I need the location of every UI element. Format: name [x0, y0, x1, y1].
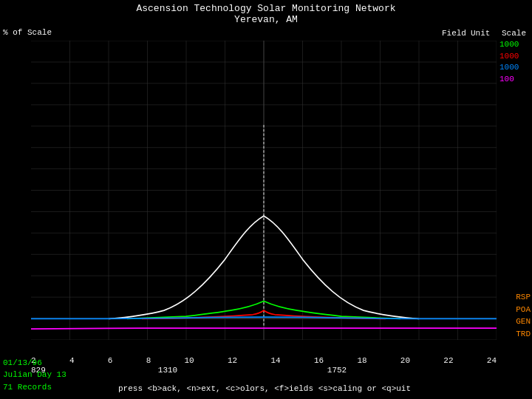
hour-6: 6 — [108, 356, 113, 365]
julian-1752: 1752 — [327, 366, 347, 375]
y-axis-label: % of Scale — [3, 28, 52, 37]
right-labels: RSP POA GEN TRD — [516, 41, 531, 340]
trd-label: TRD — [516, 328, 531, 341]
chart-area: 130 120 110 100 90 80 70 60 50 40 30 20 … — [31, 41, 497, 340]
command-line: press <b>ack, <n>ext, <c>olors, <f>ields… — [118, 384, 411, 393]
hour-12: 12 — [228, 356, 237, 365]
hour-10: 10 — [185, 356, 194, 365]
hour-8: 8 — [146, 356, 151, 365]
hour-14: 14 — [270, 356, 280, 365]
x-axis-julian: 829 1310 1752 — [31, 366, 497, 375]
legend-header: Field Unit Scale — [442, 28, 526, 39]
hour-22: 22 — [443, 356, 453, 365]
main-container: Ascension Technology Solar Monitoring Ne… — [0, 0, 532, 399]
scale-header: Scale — [502, 28, 526, 39]
chart-svg: 130 120 110 100 90 80 70 60 50 40 30 20 … — [31, 41, 497, 340]
hour-16: 16 — [314, 356, 324, 365]
hour-24: 24 — [487, 356, 497, 365]
hour-18: 18 — [357, 356, 366, 365]
x-axis-hours: 2 4 6 8 10 12 14 16 18 20 22 24 — [31, 356, 497, 365]
poa-label: POA — [516, 304, 531, 316]
legend-scale-at: 100 — [499, 74, 514, 85]
hour-20: 20 — [400, 356, 410, 365]
julian-day-display: Julian Day 13 — [3, 369, 66, 381]
hour-4: 4 — [69, 356, 75, 365]
field-header: Field — [442, 28, 466, 39]
title-area: Ascension Technology Solar Monitoring Ne… — [0, 3, 532, 25]
rsp-label: RSP — [516, 291, 531, 304]
gen-label: GEN — [516, 316, 531, 328]
records-display: 71 Records — [3, 381, 66, 394]
unit-header: Unit — [471, 28, 497, 39]
julian-1310: 1310 — [158, 366, 177, 375]
date-display: 01/13/96 — [3, 357, 66, 369]
main-title: Ascension Technology Solar Monitoring Ne… — [0, 3, 532, 14]
subtitle: Yerevan, AM — [0, 14, 532, 25]
bottom-info: 01/13/96 Julian Day 13 71 Records — [3, 357, 66, 394]
